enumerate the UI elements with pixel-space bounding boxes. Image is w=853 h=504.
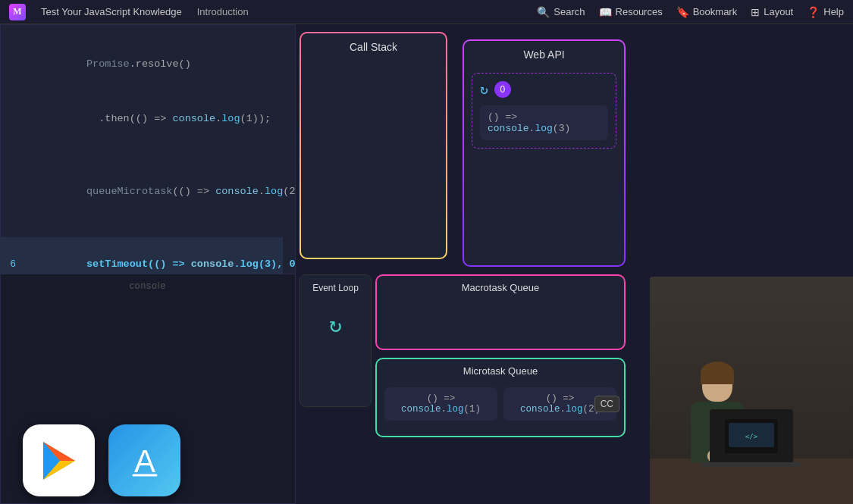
bookmark-icon: 🔖 xyxy=(676,6,689,18)
layout-nav-item[interactable]: ⊞ Layout xyxy=(751,6,793,18)
code-line-5 xyxy=(1,219,283,237)
help-nav-item[interactable]: ❓ Help xyxy=(807,6,844,18)
event-loop-refresh-icon: ↻ xyxy=(329,312,342,338)
line-content-1: Promise.resolve() xyxy=(25,37,191,92)
code-line-6: 6 setTimeout(() => console.log(3), 0); xyxy=(1,237,283,274)
line-content-2: .then(() => console.log(1)); xyxy=(25,92,271,146)
presenter-video: </> xyxy=(650,277,853,504)
nav-items: 🔍 Search 📖 Resources 🔖 Bookmark ⊞ Layout… xyxy=(537,6,844,18)
course-title: Test Your JavaScript Knowledge xyxy=(41,6,182,17)
line-content-4: queueMicrotask(() => console.log(2)); xyxy=(25,164,296,219)
left-panel: Promise.resolve() .then(() => console.lo… xyxy=(0,24,296,504)
microtask-item-1: () => console.log(1) xyxy=(384,387,497,421)
line-content-6: setTimeout(() => console.log(3), 0); xyxy=(25,237,296,274)
call-stack-title: Call Stack xyxy=(301,33,446,59)
code-editor: Promise.resolve() .then(() => console.lo… xyxy=(0,24,296,274)
timer-badge: 0 xyxy=(494,81,511,98)
microtask-box: Microtask Queue () => console.log(1) () … xyxy=(375,358,626,437)
code-line-2: .then(() => console.log(1)); xyxy=(1,92,283,146)
code-line-3 xyxy=(1,146,283,164)
google-play-icon[interactable] xyxy=(23,424,95,496)
web-api-title: Web API xyxy=(464,41,624,67)
presenter-background: </> xyxy=(650,277,853,504)
macrotask-title: Macrotask Queue xyxy=(377,276,624,299)
microtask-items: () => console.log(1) () => console.log(2… xyxy=(377,383,624,425)
console-title: console xyxy=(1,274,295,294)
line-num-6: 6 xyxy=(1,255,25,274)
help-label: Help xyxy=(823,6,844,17)
search-nav-item[interactable]: 🔍 Search xyxy=(537,6,585,18)
search-label: Search xyxy=(554,6,585,17)
resources-nav-item[interactable]: 📖 Resources xyxy=(599,6,663,18)
layout-icon: ⊞ xyxy=(751,6,760,18)
event-loop-box: Event Loop ↻ xyxy=(299,274,372,407)
logo: M xyxy=(9,4,26,20)
svg-text:A: A xyxy=(133,443,155,479)
svg-text:</>: </> xyxy=(745,433,758,440)
call-stack-box: Call Stack xyxy=(299,32,447,259)
cc-button[interactable]: CC xyxy=(594,396,619,412)
logo-text: M xyxy=(13,6,21,17)
bookmark-nav-item[interactable]: 🔖 Bookmark xyxy=(676,6,738,18)
web-api-code: () => console.log(3) xyxy=(480,105,608,140)
person-hair xyxy=(701,362,734,384)
timer-row: ↻ 0 xyxy=(480,81,608,98)
search-icon: 🔍 xyxy=(537,6,550,18)
help-icon: ❓ xyxy=(807,6,820,18)
bookmark-label: Bookmark xyxy=(693,6,738,17)
resources-icon: 📖 xyxy=(599,6,612,18)
code-line-1: Promise.resolve() xyxy=(1,37,283,92)
diagram-container: Call Stack Web API ↻ 0 () => console.log… xyxy=(299,32,633,456)
line-content-5 xyxy=(25,219,31,237)
app-store-icon[interactable]: A xyxy=(108,424,180,496)
refresh-icon: ↻ xyxy=(480,81,488,98)
top-navigation: M Test Your JavaScript Knowledge Introdu… xyxy=(0,0,853,24)
app-icons: A xyxy=(23,424,180,496)
resources-label: Resources xyxy=(616,6,663,17)
microtask-title: Microtask Queue xyxy=(377,359,624,383)
macrotask-box: Macrotask Queue xyxy=(375,274,626,350)
breadcrumb: Introduction xyxy=(197,6,249,17)
main-area: Promise.resolve() .then(() => console.lo… xyxy=(0,24,853,504)
event-loop-title: Event Loop xyxy=(309,275,362,297)
web-api-box: Web API ↻ 0 () => console.log(3) xyxy=(463,39,626,267)
layout-label: Layout xyxy=(764,6,793,17)
line-content-3 xyxy=(25,146,31,164)
presenter-laptop: </> xyxy=(710,409,793,462)
web-api-item: ↻ 0 () => console.log(3) xyxy=(472,73,616,149)
person-head xyxy=(702,365,732,402)
code-line-4: queueMicrotask(() => console.log(2)); xyxy=(1,164,283,219)
